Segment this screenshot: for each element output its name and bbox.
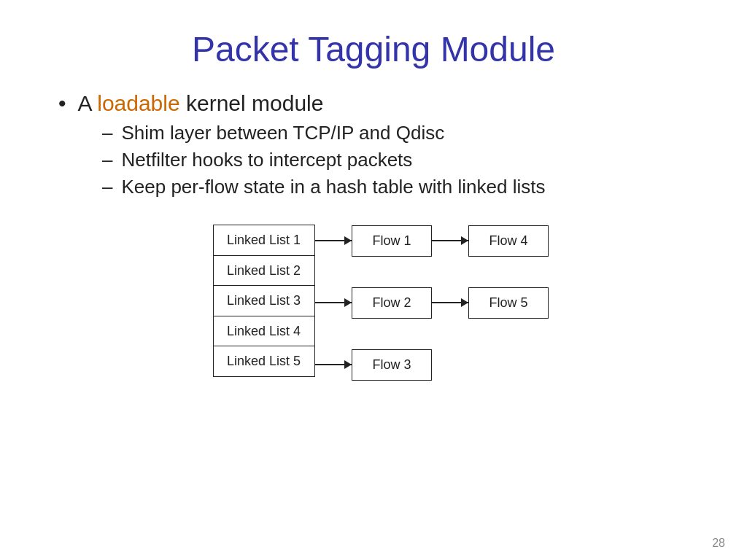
- flow-rows: Flow 1 Flow 4 Flow 2 Flow 5: [315, 225, 549, 381]
- hash-cell-2: Linked List 2: [213, 255, 315, 287]
- sub-bullet-3: – Keep per-flow state in a hash table wi…: [102, 176, 703, 198]
- sub-bullet-2: – Netfilter hooks to intercept packets: [102, 149, 703, 171]
- hash-cell-4: Linked List 4: [213, 316, 315, 347]
- sub-bullet-text-1: Shim layer between TCP/IP and Qdisc: [121, 122, 444, 144]
- flow-row-1: Flow 1 Flow 4: [315, 225, 549, 257]
- flow-row-3: Flow 2 Flow 5: [315, 287, 549, 319]
- dash-3: –: [102, 176, 112, 198]
- arrow-5-1: [315, 364, 352, 365]
- content-area: • A loadable kernel module – Shim layer …: [44, 91, 703, 545]
- bullet-prefix: A: [78, 91, 98, 115]
- bullet-dot: •: [58, 91, 66, 116]
- hash-cell-3: Linked List 3: [213, 285, 315, 316]
- arrow-3-1: [315, 302, 352, 303]
- sub-bullets-list: – Shim layer between TCP/IP and Qdisc – …: [58, 122, 703, 203]
- flow-box-5: Flow 5: [468, 287, 549, 319]
- sub-bullet-text-2: Netfilter hooks to intercept packets: [121, 149, 412, 171]
- slide: Packet Tagging Module • A loadable kerne…: [0, 0, 747, 560]
- main-bullet: • A loadable kernel module: [58, 91, 703, 116]
- arrow-3-2: [432, 302, 468, 303]
- bullet-suffix: kernel module: [180, 91, 324, 115]
- flow-box-1: Flow 1: [352, 225, 432, 257]
- loadable-word: loadable: [97, 91, 179, 115]
- flow-box-4: Flow 4: [468, 225, 549, 257]
- sub-bullet-text-3: Keep per-flow state in a hash table with…: [121, 176, 545, 198]
- flow-row-5: Flow 3: [315, 349, 549, 381]
- page-number: 28: [712, 537, 725, 550]
- dash-1: –: [102, 122, 112, 144]
- hash-cell-5: Linked List 5: [213, 346, 315, 377]
- flow-box-3: Flow 3: [352, 349, 432, 381]
- sub-bullet-1: – Shim layer between TCP/IP and Qdisc: [102, 122, 703, 144]
- dash-2: –: [102, 149, 112, 171]
- bullet-text: A loadable kernel module: [78, 91, 324, 116]
- diagram: Linked List 1 Linked List 2 Linked List …: [213, 225, 549, 545]
- diagram-area: Linked List 1 Linked List 2 Linked List …: [58, 225, 703, 545]
- arrow-1-2: [432, 240, 468, 241]
- spacer-row-2: [315, 256, 549, 288]
- hash-table: Linked List 1 Linked List 2 Linked List …: [213, 225, 315, 376]
- spacer-row-4: [315, 318, 549, 350]
- hash-cell-1: Linked List 1: [213, 225, 315, 256]
- slide-title: Packet Tagging Module: [44, 22, 703, 69]
- arrow-1-1: [315, 240, 352, 241]
- flow-box-2: Flow 2: [352, 287, 432, 319]
